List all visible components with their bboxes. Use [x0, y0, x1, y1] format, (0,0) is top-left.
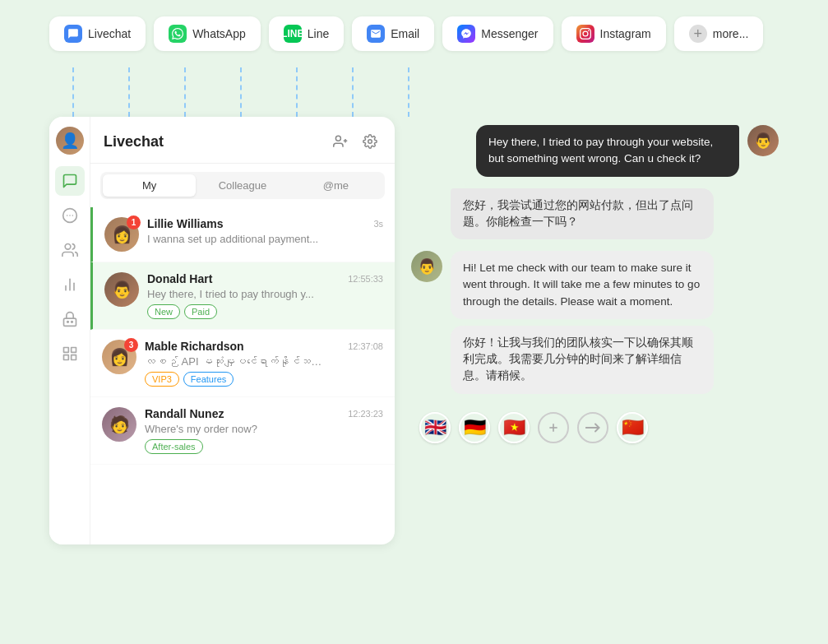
- svg-point-6: [67, 322, 68, 323]
- flag-english[interactable]: 🇬🇧: [419, 412, 451, 443]
- channel-messenger[interactable]: Messenger: [442, 16, 553, 51]
- chat-item-lillie[interactable]: 👩 1 Lillie Williams 3s I wanna set up ad…: [90, 207, 395, 262]
- sidebar-item-users[interactable]: [55, 235, 85, 265]
- connector-line-6: [408, 67, 409, 117]
- message-row-1: 👨 Hey there, I tried to pay through your…: [411, 125, 779, 177]
- chat-preview-randall: Where's my order now?: [145, 423, 326, 435]
- connector-4: [273, 67, 321, 117]
- channel-label-whatsapp: WhatsApp: [192, 27, 246, 40]
- avatar-wrap-mable: 👩 3: [102, 340, 136, 374]
- channel-label-email: Email: [391, 27, 419, 40]
- tag-paid[interactable]: Paid: [184, 304, 217, 319]
- connector-line-1: [128, 67, 130, 117]
- user-avatar[interactable]: 👤: [56, 127, 84, 155]
- avatar-randall: 🧑: [102, 407, 136, 442]
- sidebar-item-analytics[interactable]: [55, 270, 85, 299]
- channel-label-livechat: Livechat: [88, 27, 131, 40]
- chat-tags-donald: New Paid: [147, 304, 383, 319]
- tag-vip3[interactable]: VIP3: [145, 372, 179, 387]
- avatar-wrap-donald: 👨: [104, 272, 139, 307]
- chat-name-mable: Mable Richardson: [145, 340, 244, 353]
- chat-preview-mable: လစဉ် API မသုံးမျှပင်ရောက်နိုင်သနည်...: [145, 355, 326, 368]
- channel-icon-line: LINE: [284, 25, 302, 43]
- chat-name-donald: Donald Hart: [147, 272, 212, 285]
- chat-items: 👩 1 Lillie Williams 3s I wanna set up ad…: [90, 207, 395, 544]
- flag-vietnamese[interactable]: 🇻🇳: [498, 412, 530, 443]
- message-bubble-3: Hi! Let me check with our team to make s…: [451, 251, 714, 319]
- tab-my[interactable]: My: [103, 174, 196, 197]
- tab-atme[interactable]: @me: [289, 174, 382, 197]
- main-content: 👤 Livechat: [0, 117, 828, 544]
- chat-preview-donald: Hey there, I tried to pay through y...: [147, 288, 328, 300]
- avatar-donald: 👨: [104, 272, 139, 307]
- connector-6: [385, 67, 433, 117]
- chat-detail: 👨 Hey there, I tried to pay through your…: [411, 117, 779, 544]
- sidebar-item-comments[interactable]: [55, 201, 85, 230]
- flag-german[interactable]: 🇩🇪: [459, 412, 490, 443]
- header-icons: [329, 130, 382, 153]
- channel-icon-whatsapp: [169, 25, 187, 43]
- connector-row: [0, 67, 828, 117]
- chat-panel: 👤 Livechat: [49, 117, 395, 544]
- chat-tags-randall: After-sales: [145, 439, 383, 454]
- chat-item-mable[interactable]: 👩 3 Mable Richardson 12:37:08 လစဉ် API မ…: [90, 330, 395, 397]
- svg-point-7: [71, 322, 72, 323]
- agent-messages: Hi! Let me check with our team to make s…: [451, 251, 714, 394]
- settings-button[interactable]: [358, 130, 382, 153]
- channel-more[interactable]: +more...: [674, 16, 764, 51]
- tab-colleague[interactable]: Colleague: [196, 174, 289, 197]
- message-bubble-4: 你好！让我与我们的团队核实一下以确保其顺利完成。我需要几分钟的时间来了解详细信息…: [451, 326, 714, 394]
- chat-name-lillie: Lillie Williams: [147, 217, 223, 230]
- chat-info-mable: Mable Richardson 12:37:08 လစဉ် API မသုံး…: [145, 340, 383, 387]
- connector-2: [161, 67, 209, 117]
- channel-bar: LivechatWhatsAppLINELineEmailMessengerIn…: [0, 0, 828, 67]
- add-user-button[interactable]: [329, 130, 352, 153]
- flag-target-chinese[interactable]: 🇨🇳: [617, 412, 648, 443]
- channel-whatsapp[interactable]: WhatsApp: [154, 16, 261, 51]
- chat-item-randall[interactable]: 🧑 Randall Nunez 12:23:23 Where's my orde…: [90, 397, 395, 465]
- message-row-3: 👨 Hi! Let me check with our team to make…: [411, 251, 779, 394]
- chat-name-randall: Randall Nunez: [145, 407, 224, 420]
- chat-list-title: Livechat: [104, 133, 164, 151]
- translation-row: 🇬🇧 🇩🇪 🇻🇳 🇨🇳: [411, 405, 779, 443]
- customer-avatar: 👨: [747, 125, 779, 156]
- svg-rect-11: [71, 355, 76, 360]
- sidebar-item-grid[interactable]: [55, 339, 85, 368]
- channel-line[interactable]: LINELine: [269, 16, 344, 51]
- chat-item-donald[interactable]: 👨 Donald Hart 12:55:33 Hey there, I trie…: [90, 262, 395, 330]
- chat-name-row-lillie: Lillie Williams 3s: [147, 217, 383, 230]
- svg-rect-10: [63, 355, 68, 360]
- tag-features[interactable]: Features: [183, 372, 234, 387]
- chat-time-mable: 12:37:08: [348, 341, 383, 351]
- connector-3: [217, 67, 265, 117]
- channel-icon-instagram: [576, 25, 594, 43]
- channel-icon-more: +: [689, 25, 707, 43]
- chat-time-donald: 12:55:33: [348, 274, 383, 284]
- channel-instagram[interactable]: Instagram: [562, 16, 666, 51]
- message-bubble-2: 您好，我尝试通过您的网站付款，但出了点问题。你能检查一下吗？: [451, 188, 714, 240]
- channel-icon-email: [367, 25, 385, 43]
- tag-aftersales[interactable]: After-sales: [145, 439, 203, 454]
- connector-1: [105, 67, 153, 117]
- sidebar-item-bot[interactable]: [55, 304, 85, 334]
- channel-livechat[interactable]: Livechat: [49, 16, 146, 51]
- channel-email[interactable]: Email: [352, 16, 434, 51]
- connector-5: [329, 67, 377, 117]
- chat-name-row-randall: Randall Nunez 12:23:23: [145, 407, 383, 420]
- tabs: My Colleague @me: [100, 172, 385, 199]
- channel-label-instagram: Instagram: [600, 27, 651, 40]
- chat-info-donald: Donald Hart 12:55:33 Hey there, I tried …: [147, 272, 383, 319]
- chat-list-area: Livechat My Colleague @me: [90, 117, 395, 544]
- avatar-wrap-lillie: 👩 1: [104, 217, 139, 252]
- chat-list-header: Livechat: [90, 117, 395, 164]
- channel-label-line: Line: [308, 27, 329, 40]
- channel-label-messenger: Messenger: [481, 27, 538, 40]
- sidebar: 👤: [49, 117, 90, 544]
- translate-arrow[interactable]: [577, 412, 608, 443]
- add-language-button[interactable]: [538, 412, 569, 443]
- agent-avatar: 👨: [411, 251, 442, 282]
- svg-point-1: [65, 244, 71, 250]
- sidebar-item-chat[interactable]: [55, 166, 85, 196]
- svg-point-15: [368, 140, 372, 144]
- tag-new[interactable]: New: [147, 304, 180, 319]
